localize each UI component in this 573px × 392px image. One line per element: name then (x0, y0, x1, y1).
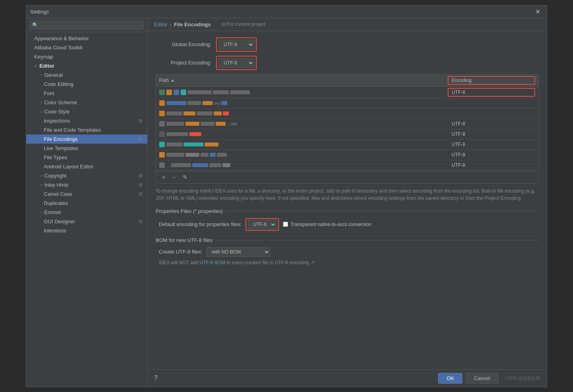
default-encoding-label: Default encoding for properties files: (159, 221, 242, 227)
sidebar-item-file-encodings[interactable]: File Encodings ⊟ (26, 135, 147, 144)
transparent-checkbox-row: Transparent native-to-ascii conversion (283, 222, 371, 227)
path-icon-green (159, 90, 165, 95)
sidebar-item-inlay-hints[interactable]: › Inlay Hints ⊟ (26, 180, 147, 189)
table-row[interactable]: UTF-8 (156, 140, 538, 150)
project-encoding-label: Project Encoding: (156, 60, 211, 66)
sidebar-item-gui-designer[interactable]: GUI Designer ⊟ (26, 217, 147, 226)
sidebar-item-file-types[interactable]: File Types (26, 153, 147, 162)
path-blur (201, 122, 214, 126)
table-toolbar: + − ✎ (156, 171, 538, 183)
sidebar-item-live-templates[interactable]: Live Templates (26, 144, 147, 153)
sidebar-item-keymap[interactable]: Keymap (26, 52, 147, 61)
project-encoding-select[interactable]: UTF-8 (218, 58, 254, 68)
path-text: ...uild (227, 121, 237, 126)
col-encoding-label: Encoding (452, 78, 472, 83)
cancel-button[interactable]: Cancel (466, 373, 498, 384)
path-icon (159, 100, 165, 106)
path-blur-2 (213, 90, 229, 94)
table-row[interactable]: ora (156, 98, 538, 109)
path-icon (159, 111, 165, 116)
sidebar-item-intentions[interactable]: Intentions (26, 226, 147, 235)
sidebar-item-android-layout[interactable]: Android Layout Editor (26, 162, 147, 171)
path-blur (185, 153, 199, 157)
row-encoding: UTF-8 (448, 131, 535, 137)
file-encodings-label: File Encodings (44, 136, 78, 142)
blurred-path: ora (166, 101, 448, 105)
help-button[interactable]: ? (154, 374, 158, 382)
path-blur (205, 142, 218, 146)
sidebar-item-general[interactable]: › General (26, 70, 147, 80)
path-blur (216, 122, 226, 126)
global-encoding-select[interactable]: UTF-8 (218, 40, 254, 49)
sidebar-item-editor[interactable]: ∨ Editor (26, 61, 147, 70)
general-arrow-icon: › (41, 73, 42, 77)
path-blur (221, 101, 227, 105)
remove-button[interactable]: − (170, 173, 178, 181)
sidebar-item-emmet[interactable]: › Emmet (26, 208, 147, 217)
sidebar-item-file-code-templates[interactable]: File and Code Templates (26, 125, 147, 135)
table-header: Path ▲ Encoding (156, 74, 538, 87)
row-path: ...uild (159, 121, 448, 127)
live-templates-label: Live Templates (44, 145, 78, 151)
copyright-label: Copyright (44, 173, 66, 179)
table-body: UTF-8 ora (156, 87, 538, 171)
blurred-path: ...uild (166, 121, 448, 126)
sidebar-item-alibaba[interactable]: Alibaba Cloud Toolkit (26, 43, 147, 52)
inlay-hints-copy-icon: ⊟ (139, 182, 142, 187)
breadcrumb-separator: › (170, 21, 172, 27)
row-path (159, 142, 448, 147)
bom-create-select[interactable]: with NO BOM with BOM (207, 247, 270, 257)
blurred-path (166, 153, 448, 157)
gui-designer-label: GUI Designer (44, 218, 75, 224)
close-button[interactable]: ✕ (533, 7, 543, 16)
sidebar-item-color-scheme[interactable]: › Color Scheme (26, 98, 147, 107)
breadcrumb-current: File Encodings (174, 21, 210, 27)
path-icon (159, 131, 165, 137)
col-encoding-header: Encoding (448, 76, 535, 85)
table-row[interactable]: ...uild UTF-8 (156, 119, 538, 129)
note-suffix: to every created file in UTF-8 encoding … (227, 260, 314, 265)
inlay-hints-label: Inlay Hints (44, 182, 68, 188)
breadcrumb-parent[interactable]: Editor (154, 21, 168, 27)
general-label: General (44, 72, 62, 78)
note-link[interactable]: UTF-8 BOM (199, 260, 225, 265)
path-blur (166, 153, 184, 157)
transparent-label: Transparent native-to-ascii conversion (290, 222, 371, 227)
row-encoding: UTF-8 (448, 142, 535, 147)
code-editing-label: Code Editing (44, 81, 73, 87)
sidebar-item-copyright[interactable]: › Copyright ⊟ (26, 171, 147, 180)
inspections-label: Inspections (44, 118, 70, 124)
search-input[interactable] (29, 21, 144, 29)
sidebar-item-camel-case[interactable]: Camel Case ⊟ (26, 189, 147, 199)
table-row[interactable]: ... UTF-8 (156, 160, 538, 171)
emmet-label: Emmet (44, 209, 60, 215)
sidebar-item-code-editing[interactable]: Code Editing (26, 80, 147, 89)
properties-encoding-select[interactable]: UTF-8 (248, 220, 277, 229)
path-blur (166, 132, 188, 136)
add-button[interactable]: + (159, 173, 168, 181)
table-row[interactable]: UTF-8 (156, 87, 538, 98)
sidebar-item-inspections[interactable]: Inspections ⊟ (26, 116, 147, 125)
appearance-label: Appearance & Behavior (34, 35, 89, 41)
sidebar-item-font[interactable]: Font (26, 89, 147, 98)
copyright-copy-icon: ⊟ (139, 173, 142, 178)
table-row[interactable] (156, 109, 538, 119)
path-blur (217, 153, 227, 157)
dialog-title: Settings (30, 9, 49, 15)
gui-designer-copy-icon: ⊟ (139, 219, 142, 224)
row-path (159, 131, 448, 137)
ok-button[interactable]: OK (438, 373, 462, 384)
sidebar-item-duplicates[interactable]: Duplicates (26, 199, 147, 208)
sidebar-item-code-style[interactable]: › Code Style (26, 107, 147, 116)
sidebar-item-appearance[interactable]: Appearance & Behavior (26, 34, 147, 43)
transparent-checkbox[interactable] (283, 222, 288, 227)
blurred-path (166, 142, 448, 146)
path-icon (159, 162, 165, 168)
table-row[interactable]: UTF-8 (156, 129, 538, 140)
path-blur (223, 111, 229, 115)
path-blur (189, 132, 201, 136)
file-types-label: File Types (44, 154, 67, 160)
table-row[interactable]: UTF-8 (156, 150, 538, 160)
edit-button[interactable]: ✎ (180, 173, 190, 181)
blurred-path: ... (166, 163, 448, 168)
